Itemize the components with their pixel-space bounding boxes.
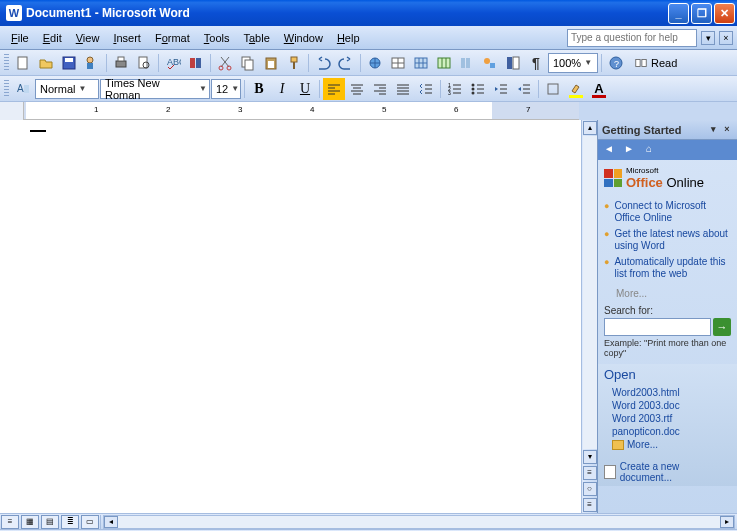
task-pane-close-button[interactable]: ×: [721, 124, 733, 136]
next-page-button[interactable]: ≡: [583, 498, 597, 512]
nav-back-button[interactable]: ◄: [602, 143, 616, 157]
toolbar-grip[interactable]: [4, 54, 9, 72]
menu-tools[interactable]: Tools: [197, 29, 237, 47]
document-page[interactable]: [24, 120, 581, 513]
search-go-button[interactable]: →: [713, 318, 731, 336]
help-dropdown-button[interactable]: ▾: [701, 31, 715, 45]
close-button[interactable]: ✕: [714, 3, 735, 24]
scroll-right-button[interactable]: ▸: [720, 516, 734, 528]
toolbar-grip-2[interactable]: [4, 80, 9, 98]
align-justify-button[interactable]: [392, 78, 414, 100]
align-left-button[interactable]: [323, 78, 345, 100]
numbering-button[interactable]: 123: [444, 78, 466, 100]
show-hide-button[interactable]: ¶: [525, 52, 547, 74]
help-search-input[interactable]: [567, 29, 697, 47]
copy-button[interactable]: [237, 52, 259, 74]
print-preview-button[interactable]: [133, 52, 155, 74]
borders-button[interactable]: [542, 78, 564, 100]
highlight-button[interactable]: [565, 78, 587, 100]
bullets-button[interactable]: [467, 78, 489, 100]
italic-button[interactable]: I: [271, 78, 293, 100]
recent-file[interactable]: Word 2003.doc: [612, 399, 731, 412]
search-input[interactable]: [604, 318, 711, 336]
insert-excel-button[interactable]: [433, 52, 455, 74]
new-doc-button[interactable]: [12, 52, 34, 74]
permission-button[interactable]: [81, 52, 103, 74]
create-new-doc-link[interactable]: Create a new document...: [604, 461, 731, 483]
align-right-button[interactable]: [369, 78, 391, 100]
print-view-button[interactable]: ▤: [41, 515, 59, 529]
format-painter-button[interactable]: [283, 52, 305, 74]
nav-forward-button[interactable]: ►: [622, 143, 636, 157]
tables-borders-button[interactable]: [387, 52, 409, 74]
font-color-button[interactable]: A: [588, 78, 610, 100]
link-latest-news[interactable]: ●Get the latest news about using Word: [604, 226, 731, 254]
read-mode-button[interactable]: Read: [628, 53, 683, 73]
scroll-left-button[interactable]: ◂: [104, 516, 118, 528]
font-combo[interactable]: Times New Roman▼: [100, 79, 210, 99]
cut-button[interactable]: [214, 52, 236, 74]
prev-page-button[interactable]: ≡: [583, 466, 597, 480]
outline-view-button[interactable]: ≣: [61, 515, 79, 529]
decrease-indent-button[interactable]: [490, 78, 512, 100]
open-more[interactable]: More...: [612, 438, 731, 451]
vertical-scrollbar[interactable]: ▴ ▾ ≡ ○ ≡: [581, 120, 597, 513]
scroll-up-button[interactable]: ▴: [583, 121, 597, 135]
minimize-button[interactable]: _: [668, 3, 689, 24]
menu-help[interactable]: Help: [330, 29, 367, 47]
nav-home-button[interactable]: ⌂: [642, 143, 656, 157]
insert-table-button[interactable]: [410, 52, 432, 74]
open-button[interactable]: [35, 52, 57, 74]
maximize-button[interactable]: ❐: [691, 3, 712, 24]
undo-button[interactable]: [312, 52, 334, 74]
paste-button[interactable]: [260, 52, 282, 74]
reading-view-button[interactable]: ▭: [81, 515, 99, 529]
svg-rect-31: [461, 58, 465, 68]
svg-rect-36: [513, 57, 519, 69]
doc-map-button[interactable]: [502, 52, 524, 74]
increase-indent-button[interactable]: [513, 78, 535, 100]
svg-rect-2: [65, 58, 73, 62]
horizontal-scrollbar[interactable]: ◂ ▸: [103, 515, 735, 529]
styles-pane-button[interactable]: A: [12, 78, 34, 100]
drawing-button[interactable]: [479, 52, 501, 74]
menu-window[interactable]: Window: [277, 29, 330, 47]
document-area: ▴ ▾ ≡ ○ ≡: [0, 120, 597, 513]
menu-file[interactable]: File: [4, 29, 36, 47]
help-button[interactable]: ?: [605, 52, 627, 74]
menu-table[interactable]: Table: [236, 29, 276, 47]
web-view-button[interactable]: ▦: [21, 515, 39, 529]
align-center-button[interactable]: [346, 78, 368, 100]
zoom-combo[interactable]: 100%▼: [548, 53, 598, 73]
close-doc-button[interactable]: ×: [719, 31, 733, 45]
menu-format[interactable]: Format: [148, 29, 197, 47]
redo-button[interactable]: [335, 52, 357, 74]
spellcheck-button[interactable]: ABC: [162, 52, 184, 74]
browse-object-button[interactable]: ○: [583, 482, 597, 496]
recent-file[interactable]: panopticon.doc: [612, 425, 731, 438]
recent-file[interactable]: Word 2003.rtf: [612, 412, 731, 425]
hyperlink-button[interactable]: [364, 52, 386, 74]
underline-button[interactable]: U: [294, 78, 316, 100]
menu-edit[interactable]: Edit: [36, 29, 69, 47]
menu-view[interactable]: View: [69, 29, 107, 47]
link-connect-office[interactable]: ●Connect to Microsoft Office Online: [604, 198, 731, 226]
font-size-combo[interactable]: 12▼: [211, 79, 241, 99]
scroll-down-button[interactable]: ▾: [583, 450, 597, 464]
research-button[interactable]: [185, 52, 207, 74]
columns-button[interactable]: [456, 52, 478, 74]
links-more[interactable]: More...: [604, 288, 731, 299]
line-spacing-button[interactable]: [415, 78, 437, 100]
print-button[interactable]: [110, 52, 132, 74]
task-pane-menu-button[interactable]: ▾: [707, 124, 719, 136]
svg-rect-32: [466, 58, 470, 68]
svg-rect-40: [642, 59, 646, 66]
save-button[interactable]: [58, 52, 80, 74]
style-combo[interactable]: Normal▼: [35, 79, 99, 99]
link-auto-update[interactable]: ●Automatically update this list from the…: [604, 254, 731, 282]
normal-view-button[interactable]: ≡: [1, 515, 19, 529]
recent-file[interactable]: Word2003.html: [612, 386, 731, 399]
bold-button[interactable]: B: [248, 78, 270, 100]
menu-insert[interactable]: Insert: [106, 29, 148, 47]
horizontal-ruler[interactable]: 1 2 3 4 5 6 7: [24, 102, 579, 120]
